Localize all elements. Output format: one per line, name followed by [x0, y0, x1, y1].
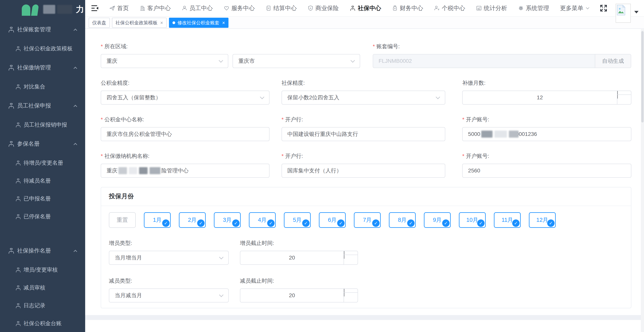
logo-mark-icon — [31, 4, 39, 16]
collapse-menu-icon[interactable] — [91, 4, 99, 12]
add-type-label: 增员类型: — [109, 240, 229, 247]
hands-heart-icon — [15, 122, 21, 128]
chevron-up-icon — [74, 67, 77, 70]
month-button-1[interactable]: 1月✓ — [144, 212, 171, 228]
fund-center-input[interactable]: 重庆市住房公积金管理中心 — [101, 127, 270, 141]
remove-deadline-stepper[interactable]: 20 — [240, 288, 358, 302]
month-button-6[interactable]: 6月✓ — [319, 212, 346, 228]
nav-item-tax-center[interactable]: ¥ 个税中心 — [434, 4, 465, 12]
sidebar-item-shebao-zhangtao[interactable]: 社保账套管理 — [0, 20, 85, 40]
ss-account-label: *开户账号: — [462, 152, 631, 160]
close-icon[interactable]: × — [222, 20, 225, 26]
nav-item-home[interactable]: 首页 — [109, 4, 129, 12]
sidebar-item-taizhang[interactable]: 社保公积金台账 — [0, 314, 85, 332]
sidebar-item-jianyuan-shenhe[interactable]: 减员审核 — [0, 279, 85, 296]
nav-item-service-center[interactable]: 服务中心 — [224, 4, 255, 12]
region-label: *所在区域: — [101, 43, 360, 50]
decrement-button[interactable] — [617, 94, 631, 98]
logo-redacted-block — [57, 5, 72, 14]
fund-account-input[interactable]: 50000001236 — [462, 127, 631, 141]
sidebar-item-yitingbao[interactable]: 已停保名册 — [0, 208, 85, 226]
nav-item-commercial-insurance[interactable]: 保 商业保险 — [308, 4, 339, 12]
ss-account-input[interactable]: 2560 — [462, 164, 631, 178]
auto-generate-button[interactable]: 自动生成 — [595, 54, 631, 68]
account-no-input[interactable]: FLJNMB0002 — [373, 54, 595, 68]
sidebar-item-zengyuan-shenhe[interactable]: 增员/变更审核 — [0, 261, 85, 279]
nav-item-employee-center[interactable]: 员工中心 — [182, 4, 213, 12]
svg-text:¥: ¥ — [394, 7, 396, 10]
month-button-12[interactable]: 12月✓ — [529, 212, 556, 228]
nav-item-more-menu[interactable]: 更多菜单 — [560, 4, 589, 12]
ledger-icon: ¥ — [266, 5, 272, 11]
hands-heart-icon — [8, 140, 15, 147]
user-icon — [182, 5, 188, 11]
sidebar-item-canbao-mingce[interactable]: 参保名册 — [0, 134, 85, 154]
sidebar-item-rizhi-jilu[interactable]: 日志记录 — [0, 296, 85, 314]
fund-bank-input[interactable]: 中国建设银行重庆中山路支行 — [282, 127, 446, 141]
account-form: *所在区域: 重庆 重庆市 *账套编号: FLJNMB0002 自动生成 — [85, 29, 644, 315]
gear-icon — [518, 5, 524, 11]
month-button-10[interactable]: 10月✓ — [459, 212, 486, 228]
nav-item-social-security-center[interactable]: 社保中心 — [350, 4, 381, 12]
add-type-select[interactable]: 当月增当月 — [109, 251, 229, 265]
sidebar-item-duibi-jihe[interactable]: 对比集合 — [0, 78, 85, 96]
increment-button[interactable] — [344, 251, 358, 255]
decrement-button[interactable] — [344, 255, 358, 258]
check-badge-icon: ✓ — [302, 220, 310, 227]
fund-precision-select[interactable]: 四舍五入（保留整数） — [101, 90, 270, 104]
province-select[interactable]: 重庆 — [101, 54, 228, 68]
month-button-5[interactable]: 5月✓ — [284, 212, 311, 228]
month-button-9[interactable]: 9月✓ — [424, 212, 451, 228]
nav-item-customer-center[interactable]: 客户中心 — [140, 4, 171, 12]
redacted-block — [118, 167, 127, 174]
hands-heart-icon — [15, 320, 21, 326]
tab-bar: 仪表盘 社保公积金政策模板 × 修改社保公积金账套 × — [85, 17, 644, 29]
nav-item-system-admin[interactable]: 系统管理 — [518, 4, 549, 12]
close-icon[interactable]: × — [160, 20, 163, 26]
month-button-2[interactable]: 2月✓ — [179, 212, 206, 228]
tab-dashboard[interactable]: 仪表盘 — [89, 18, 110, 28]
ss-org-input[interactable]: 重庆险管理中心 — [101, 164, 270, 178]
tab-policy-template[interactable]: 社保公积金政策模板 × — [112, 18, 167, 28]
sidebar-item-baoxiao-shenbao[interactable]: 员工社保报销申报 — [0, 116, 85, 134]
hands-heart-icon — [15, 214, 21, 220]
sidebar-item-yishenbao[interactable]: 已申报名册 — [0, 190, 85, 208]
remove-deadline-label: 减员截止时间: — [240, 277, 358, 284]
decrement-button[interactable] — [344, 292, 358, 296]
month-button-7[interactable]: 7月✓ — [354, 212, 381, 228]
vertical-scrollbar[interactable] — [641, 29, 644, 332]
redacted-block — [509, 130, 518, 138]
nav-item-statistics[interactable]: 统计分析 — [476, 4, 507, 12]
city-select[interactable]: 重庆市 — [232, 54, 360, 68]
sidebar-item-caozuo-mingce[interactable]: 社保操作名册 — [0, 241, 85, 261]
dropdown-caret-icon[interactable] — [634, 11, 638, 14]
add-deadline-stepper[interactable]: 20 — [240, 251, 358, 265]
sidebar-item-daijianyuan[interactable]: 待减员名册 — [0, 172, 85, 190]
check-badge-icon: ✓ — [372, 220, 380, 227]
increment-button[interactable] — [344, 289, 358, 292]
makeup-months-stepper[interactable]: 12 — [462, 90, 631, 104]
svg-text:¥: ¥ — [268, 7, 269, 10]
month-button-3[interactable]: 3月✓ — [214, 212, 241, 228]
chevron-down-icon — [586, 6, 589, 9]
ss-bank-input[interactable]: 国库集中支付（人行） — [282, 164, 446, 178]
sidebar-item-zhengce-moban[interactable]: 社保公积金政策模板 — [0, 40, 85, 58]
nav-item-settlement-center[interactable]: ¥ 结算中心 — [266, 4, 297, 12]
remove-type-select[interactable]: 当月减当月 — [109, 288, 229, 302]
check-badge-icon: ✓ — [232, 220, 240, 227]
scrollbar-thumb[interactable] — [641, 31, 644, 122]
sidebar-item-jiaona-guanli[interactable]: 社保缴纳管理 — [0, 58, 85, 78]
increment-button[interactable] — [617, 91, 631, 94]
check-badge-icon: ✓ — [337, 220, 344, 227]
month-button-8[interactable]: 8月✓ — [389, 212, 416, 228]
month-button-11[interactable]: 11月✓ — [494, 212, 521, 228]
month-button-4[interactable]: 4月✓ — [249, 212, 276, 228]
fullscreen-icon[interactable] — [600, 4, 608, 12]
sidebar-item-daizengyuan[interactable]: 待增员/变更名册 — [0, 154, 85, 172]
reset-button[interactable]: 重置 — [109, 212, 136, 228]
ss-precision-select[interactable]: 保留小数2位四舍五入 — [282, 90, 446, 104]
nav-item-finance-center[interactable]: ¥ 财务中心 — [392, 4, 423, 12]
sidebar-item-yuangong-shenbao[interactable]: 员工社保申报 — [0, 96, 85, 116]
tab-edit-account[interactable]: 修改社保公积金账套 × — [169, 18, 229, 28]
user-avatar[interactable] — [616, 4, 631, 23]
